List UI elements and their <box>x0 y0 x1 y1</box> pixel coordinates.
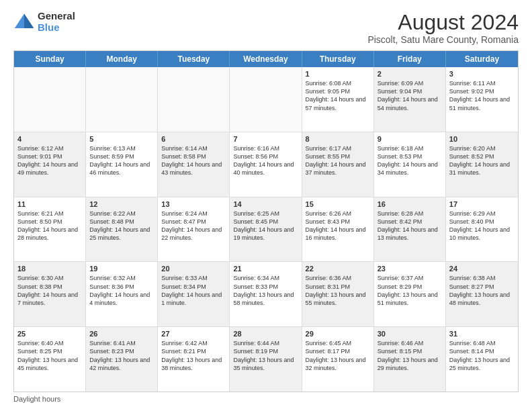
calendar-cell: 17Sunrise: 6:29 AM Sunset: 8:40 PM Dayli… <box>446 197 518 262</box>
day-number: 1 <box>306 70 370 78</box>
day-info: Sunrise: 6:30 AM Sunset: 8:38 PM Dayligh… <box>17 274 82 307</box>
day-info: Sunrise: 6:41 AM Sunset: 8:23 PM Dayligh… <box>89 339 154 372</box>
day-info: Sunrise: 6:18 AM Sunset: 8:53 PM Dayligh… <box>378 144 442 177</box>
calendar-cell: 12Sunrise: 6:22 AM Sunset: 8:48 PM Dayli… <box>86 197 158 262</box>
day-info: Sunrise: 6:42 AM Sunset: 8:21 PM Dayligh… <box>161 339 226 372</box>
svg-marker-1 <box>24 13 34 28</box>
day-number: 21 <box>233 265 298 273</box>
day-number: 4 <box>17 135 82 143</box>
calendar-cell: 11Sunrise: 6:21 AM Sunset: 8:50 PM Dayli… <box>14 197 86 262</box>
day-number: 22 <box>306 265 370 273</box>
day-info: Sunrise: 6:48 AM Sunset: 8:14 PM Dayligh… <box>449 339 515 372</box>
logo-text: General Blue <box>38 11 75 33</box>
header: General Blue August 2024 Piscolt, Satu M… <box>13 11 519 45</box>
day-number: 7 <box>233 135 298 143</box>
day-info: Sunrise: 6:25 AM Sunset: 8:45 PM Dayligh… <box>233 210 298 242</box>
day-info: Sunrise: 6:29 AM Sunset: 8:40 PM Dayligh… <box>449 210 515 242</box>
calendar-cell <box>14 67 86 132</box>
logo-blue-text: Blue <box>38 22 75 34</box>
day-number: 30 <box>378 330 442 338</box>
day-number: 28 <box>233 330 298 338</box>
day-info: Sunrise: 6:12 AM Sunset: 9:01 PM Dayligh… <box>17 144 82 177</box>
day-number: 27 <box>161 330 226 338</box>
day-info: Sunrise: 6:13 AM Sunset: 8:59 PM Dayligh… <box>89 144 154 177</box>
calendar-header: SundayMondayTuesdayWednesdayThursdayFrid… <box>14 51 518 67</box>
calendar-header-cell: Saturday <box>446 51 518 67</box>
calendar-cell: 22Sunrise: 6:36 AM Sunset: 8:31 PM Dayli… <box>302 262 374 326</box>
day-number: 31 <box>449 330 515 338</box>
day-number: 14 <box>233 200 298 208</box>
calendar-cell <box>230 67 302 132</box>
calendar-cell: 16Sunrise: 6:28 AM Sunset: 8:42 PM Dayli… <box>374 197 446 262</box>
calendar-cell: 31Sunrise: 6:48 AM Sunset: 8:14 PM Dayli… <box>446 327 518 392</box>
calendar-cell: 27Sunrise: 6:42 AM Sunset: 8:21 PM Dayli… <box>158 327 230 392</box>
calendar-cell: 10Sunrise: 6:20 AM Sunset: 8:52 PM Dayli… <box>446 132 518 197</box>
day-number: 5 <box>89 135 154 143</box>
calendar-cell <box>86 67 158 132</box>
calendar-header-cell: Sunday <box>14 51 86 67</box>
page: General Blue August 2024 Piscolt, Satu M… <box>0 0 532 411</box>
day-info: Sunrise: 6:16 AM Sunset: 8:56 PM Dayligh… <box>233 144 298 177</box>
calendar-cell: 8Sunrise: 6:17 AM Sunset: 8:55 PM Daylig… <box>302 132 374 197</box>
day-number: 25 <box>17 330 82 338</box>
calendar-cell: 21Sunrise: 6:34 AM Sunset: 8:33 PM Dayli… <box>230 262 302 326</box>
calendar-cell: 30Sunrise: 6:46 AM Sunset: 8:15 PM Dayli… <box>374 327 446 392</box>
logo: General Blue <box>13 11 75 33</box>
day-info: Sunrise: 6:14 AM Sunset: 8:58 PM Dayligh… <box>161 144 226 177</box>
calendar-cell: 25Sunrise: 6:40 AM Sunset: 8:25 PM Dayli… <box>14 327 86 392</box>
day-number: 8 <box>306 135 370 143</box>
day-number: 15 <box>306 200 370 208</box>
calendar-cell: 7Sunrise: 6:16 AM Sunset: 8:56 PM Daylig… <box>230 132 302 197</box>
day-number: 10 <box>449 135 515 143</box>
day-info: Sunrise: 6:22 AM Sunset: 8:48 PM Dayligh… <box>89 210 154 242</box>
day-number: 20 <box>161 265 226 273</box>
day-number: 2 <box>378 70 442 78</box>
calendar-cell: 19Sunrise: 6:32 AM Sunset: 8:36 PM Dayli… <box>86 262 158 326</box>
calendar-cell: 18Sunrise: 6:30 AM Sunset: 8:38 PM Dayli… <box>14 262 86 326</box>
calendar-cell: 24Sunrise: 6:38 AM Sunset: 8:27 PM Dayli… <box>446 262 518 326</box>
day-number: 3 <box>449 70 515 78</box>
calendar-cell: 4Sunrise: 6:12 AM Sunset: 9:01 PM Daylig… <box>14 132 86 197</box>
calendar-cell: 5Sunrise: 6:13 AM Sunset: 8:59 PM Daylig… <box>86 132 158 197</box>
calendar-cell: 26Sunrise: 6:41 AM Sunset: 8:23 PM Dayli… <box>86 327 158 392</box>
day-number: 24 <box>449 265 515 273</box>
day-info: Sunrise: 6:46 AM Sunset: 8:15 PM Dayligh… <box>378 339 442 372</box>
main-title: August 2024 <box>367 11 519 34</box>
calendar-cell: 29Sunrise: 6:45 AM Sunset: 8:17 PM Dayli… <box>302 327 374 392</box>
day-info: Sunrise: 6:40 AM Sunset: 8:25 PM Dayligh… <box>17 339 82 372</box>
calendar-cell <box>158 67 230 132</box>
calendar-row: 18Sunrise: 6:30 AM Sunset: 8:38 PM Dayli… <box>14 262 518 327</box>
calendar-cell: 3Sunrise: 6:11 AM Sunset: 9:02 PM Daylig… <box>446 67 518 132</box>
day-info: Sunrise: 6:44 AM Sunset: 8:19 PM Dayligh… <box>233 339 298 372</box>
calendar-cell: 1Sunrise: 6:08 AM Sunset: 9:05 PM Daylig… <box>302 67 374 132</box>
calendar-row: 11Sunrise: 6:21 AM Sunset: 8:50 PM Dayli… <box>14 197 518 263</box>
day-info: Sunrise: 6:21 AM Sunset: 8:50 PM Dayligh… <box>17 210 82 242</box>
calendar-header-cell: Tuesday <box>158 51 230 67</box>
calendar-cell: 28Sunrise: 6:44 AM Sunset: 8:19 PM Dayli… <box>230 327 302 392</box>
day-number: 6 <box>161 135 226 143</box>
calendar-cell: 23Sunrise: 6:37 AM Sunset: 8:29 PM Dayli… <box>374 262 446 326</box>
calendar-row: 1Sunrise: 6:08 AM Sunset: 9:05 PM Daylig… <box>14 67 518 132</box>
calendar-header-cell: Monday <box>86 51 158 67</box>
subtitle: Piscolt, Satu Mare County, Romania <box>367 34 519 45</box>
day-info: Sunrise: 6:11 AM Sunset: 9:02 PM Dayligh… <box>449 79 515 112</box>
day-number: 19 <box>89 265 154 273</box>
calendar-cell: 15Sunrise: 6:26 AM Sunset: 8:43 PM Dayli… <box>302 197 374 262</box>
calendar-row: 25Sunrise: 6:40 AM Sunset: 8:25 PM Dayli… <box>14 327 518 392</box>
day-info: Sunrise: 6:37 AM Sunset: 8:29 PM Dayligh… <box>378 274 442 307</box>
day-number: 16 <box>378 200 442 208</box>
day-info: Sunrise: 6:32 AM Sunset: 8:36 PM Dayligh… <box>89 274 154 307</box>
day-info: Sunrise: 6:33 AM Sunset: 8:34 PM Dayligh… <box>161 274 226 307</box>
day-number: 11 <box>17 200 82 208</box>
day-number: 18 <box>17 265 82 273</box>
calendar-row: 4Sunrise: 6:12 AM Sunset: 9:01 PM Daylig… <box>14 132 518 197</box>
calendar-cell: 13Sunrise: 6:24 AM Sunset: 8:47 PM Dayli… <box>158 197 230 262</box>
day-number: 26 <box>89 330 154 338</box>
day-info: Sunrise: 6:24 AM Sunset: 8:47 PM Dayligh… <box>161 210 226 242</box>
day-info: Sunrise: 6:08 AM Sunset: 9:05 PM Dayligh… <box>306 79 370 112</box>
day-info: Sunrise: 6:34 AM Sunset: 8:33 PM Dayligh… <box>233 274 298 307</box>
logo-icon <box>13 11 35 33</box>
day-info: Sunrise: 6:45 AM Sunset: 8:17 PM Dayligh… <box>306 339 370 372</box>
calendar-header-cell: Wednesday <box>230 51 302 67</box>
day-number: 23 <box>378 265 442 273</box>
